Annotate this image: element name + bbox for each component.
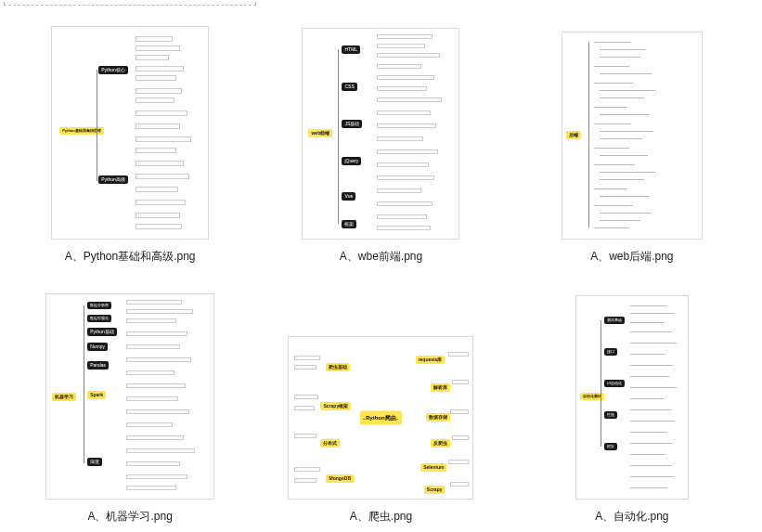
mindmap-node: 数据可视化: [87, 315, 111, 322]
mindmap-node: Numpy: [87, 343, 108, 351]
mindmap-node: 框架: [342, 220, 356, 228]
file-caption: A、web后端.png: [590, 249, 673, 265]
mindmap-node: Pandas: [87, 361, 109, 370]
thumbnail-image: Python基础和高级思维 Python核心 Python高级: [51, 26, 209, 240]
mindmap-root: 后端: [566, 131, 581, 139]
mindmap-node: 测试基础: [604, 317, 625, 324]
branch-line: [588, 42, 589, 227]
mindmap-node: 数据存储: [426, 413, 450, 422]
thumbnail-image: Python爬虫 爬虫基础 Scrapy框架 分布式 MongoDB reque…: [288, 336, 473, 500]
file-item[interactable]: Python爬虫 爬虫基础 Scrapy框架 分布式 MongoDB reque…: [260, 274, 501, 526]
mindmap-node: 深度: [87, 458, 102, 466]
branch-line: [601, 320, 601, 447]
mindmap-node: 接口: [604, 348, 617, 356]
mindmap-node: 解析库: [431, 383, 450, 392]
branch-line: [84, 305, 84, 463]
mindmap-node: Python基础: [87, 328, 117, 336]
thumbnail-image: 机器学习 数据分析库 数据可视化 Python基础 Numpy Pandas S…: [45, 293, 214, 500]
mindmap-node: Spark: [87, 391, 106, 399]
branch-line: [338, 49, 339, 224]
mindmap-node: jQuery: [342, 157, 361, 165]
selection-marquee: [4, 2, 256, 6]
branch-line: [97, 70, 97, 181]
mindmap-node: Python高级: [98, 175, 128, 184]
file-caption: A、机器学习.png: [87, 509, 172, 525]
thumbnail-image: 自动化测试 测试基础 接口 UI自动化 性能 框架: [575, 295, 689, 500]
mindmap-root: Python爬虫: [360, 411, 401, 425]
branch-line: [363, 419, 378, 420]
mindmap-root: web前端: [308, 129, 332, 137]
mindmap-node: Scrapy框架: [320, 402, 351, 410]
file-caption: A、Python基础和高级.png: [65, 249, 196, 265]
mindmap-node: 性能: [604, 411, 617, 419]
mindmap-node: HTML: [342, 45, 360, 54]
mindmap-node: 分布式: [320, 439, 340, 448]
thumbnail-grid: Python基础和高级思维 Python核心 Python高级: [0, 0, 762, 532]
mindmap-node: UI自动化: [604, 380, 625, 387]
thumbnail-image: web前端 HTML CSS JS基础 jQuery Vue 框架: [302, 28, 459, 240]
mindmap-node: JS基础: [342, 120, 362, 128]
content-cluster: [377, 34, 453, 233]
branch-line: [89, 131, 97, 132]
file-item[interactable]: 自动化测试 测试基础 接口 UI自动化 性能 框架: [511, 274, 753, 526]
file-item[interactable]: 后端: [511, 13, 753, 265]
file-caption: A、爬虫.png: [350, 509, 412, 525]
content-cluster: [136, 34, 202, 231]
mindmap-node: Selenium: [420, 463, 446, 472]
mindmap-node: Vue: [342, 192, 355, 201]
mindmap-node: Python核心: [98, 66, 128, 74]
file-caption: A、wbe前端.png: [340, 249, 422, 265]
file-item[interactable]: Python基础和高级思维 Python核心 Python高级: [9, 13, 251, 265]
branch-line: [383, 419, 398, 420]
mindmap-node: CSS: [342, 83, 356, 91]
content-cluster: [126, 300, 208, 493]
mindmap-node: Scrapy: [424, 486, 446, 494]
mindmap-node: 数据分析库: [87, 302, 111, 309]
file-item[interactable]: 机器学习 数据分析库 数据可视化 Python基础 Numpy Pandas S…: [9, 274, 251, 526]
mindmap-node: 框架: [604, 443, 617, 450]
mindmap-node: MongoDB: [326, 474, 354, 483]
mindmap-node: requests库: [416, 356, 446, 364]
file-item[interactable]: web前端 HTML CSS JS基础 jQuery Vue 框架: [260, 13, 501, 265]
mindmap-node: 爬虫基础: [326, 363, 350, 371]
thumbnail-image: 后端: [562, 32, 703, 240]
file-caption: A、自动化.png: [595, 509, 668, 525]
mindmap-root: 机器学习: [52, 393, 76, 401]
content-cluster: [630, 302, 684, 493]
mindmap-node: 反爬虫: [431, 439, 450, 448]
content-cluster: [594, 38, 696, 233]
